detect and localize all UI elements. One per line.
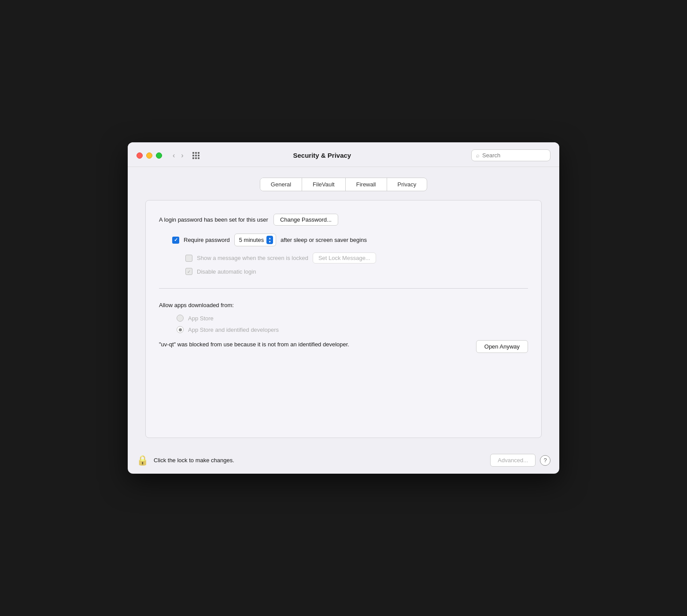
content-area: General FileVault Firewall Privacy A log… bbox=[128, 167, 559, 447]
tabs: General FileVault Firewall Privacy bbox=[260, 178, 427, 191]
down-arrow-icon: ▼ bbox=[268, 240, 271, 243]
titlebar: ‹ › Security & Privacy ⌕ bbox=[128, 142, 559, 167]
back-button[interactable]: ‹ bbox=[171, 151, 177, 160]
after-sleep-text: after sleep or screen saver begins bbox=[281, 237, 367, 243]
divider bbox=[159, 288, 528, 289]
minimize-button[interactable] bbox=[146, 152, 152, 159]
tab-privacy[interactable]: Privacy bbox=[387, 178, 427, 191]
tab-general[interactable]: General bbox=[260, 178, 302, 191]
blocked-text: "uv-qt" was blocked from use because it … bbox=[159, 340, 467, 349]
app-store-identified-radio-row: App Store and identified developers bbox=[177, 326, 528, 333]
footer-right: Advanced... ? bbox=[490, 454, 550, 467]
app-store-radio-row: App Store bbox=[177, 315, 528, 322]
main-window: ‹ › Security & Privacy ⌕ General FileVau… bbox=[128, 142, 559, 474]
lock-text: Click the lock to make changes. bbox=[154, 457, 234, 464]
show-message-checkbox[interactable] bbox=[185, 255, 192, 262]
password-row: A login password has been set for this u… bbox=[159, 214, 528, 226]
app-store-label: App Store bbox=[188, 315, 214, 322]
disable-autologin-label: Disable automatic login bbox=[197, 268, 256, 275]
help-button[interactable]: ? bbox=[540, 455, 550, 466]
app-store-identified-label: App Store and identified developers bbox=[188, 327, 279, 333]
tabs-container: General FileVault Firewall Privacy bbox=[145, 178, 542, 191]
maximize-button[interactable] bbox=[156, 152, 162, 159]
change-password-button[interactable]: Change Password... bbox=[273, 214, 338, 226]
tab-firewall[interactable]: Firewall bbox=[346, 178, 387, 191]
password-text: A login password has been set for this u… bbox=[159, 216, 268, 223]
window-title: Security & Privacy bbox=[178, 152, 466, 159]
show-message-label: Show a message when the screen is locked bbox=[197, 255, 308, 261]
lock-icon[interactable]: 🔒 bbox=[137, 455, 148, 466]
checkmark-icon: ✓ bbox=[174, 237, 178, 243]
footer-left: 🔒 Click the lock to make changes. bbox=[137, 455, 234, 466]
show-message-row: Show a message when the screen is locked… bbox=[185, 252, 528, 263]
require-password-checkbox[interactable]: ✓ bbox=[172, 237, 179, 244]
app-store-identified-radio[interactable] bbox=[177, 326, 184, 333]
dropdown-arrows-icon: ▲ ▼ bbox=[266, 236, 273, 244]
search-input[interactable] bbox=[482, 152, 546, 159]
traffic-lights bbox=[137, 152, 162, 159]
open-anyway-button[interactable]: Open Anyway bbox=[476, 340, 528, 353]
disable-autologin-row: ✓ Disable automatic login bbox=[185, 268, 528, 275]
require-password-label: Require password bbox=[184, 237, 230, 243]
allow-apps-title: Allow apps downloaded from: bbox=[159, 302, 528, 308]
tab-filevault[interactable]: FileVault bbox=[302, 178, 346, 191]
password-delay-dropdown[interactable]: 5 minutes ▲ ▼ bbox=[234, 234, 276, 246]
disabled-checkmark-icon: ✓ bbox=[187, 269, 191, 274]
disable-autologin-checkbox[interactable]: ✓ bbox=[185, 268, 192, 275]
advanced-button[interactable]: Advanced... bbox=[490, 454, 536, 467]
close-button[interactable] bbox=[137, 152, 143, 159]
app-store-radio[interactable] bbox=[177, 315, 184, 322]
footer: 🔒 Click the lock to make changes. Advanc… bbox=[128, 447, 559, 474]
general-panel: A login password has been set for this u… bbox=[145, 200, 542, 438]
require-password-row: ✓ Require password 5 minutes ▲ ▼ after s… bbox=[172, 234, 528, 246]
dropdown-value: 5 minutes bbox=[239, 237, 264, 243]
search-box[interactable]: ⌕ bbox=[471, 149, 550, 161]
search-icon: ⌕ bbox=[476, 152, 480, 159]
blocked-app-row: "uv-qt" was blocked from use because it … bbox=[159, 340, 528, 353]
set-lock-message-button[interactable]: Set Lock Message... bbox=[313, 252, 376, 263]
up-arrow-icon: ▲ bbox=[268, 237, 271, 240]
